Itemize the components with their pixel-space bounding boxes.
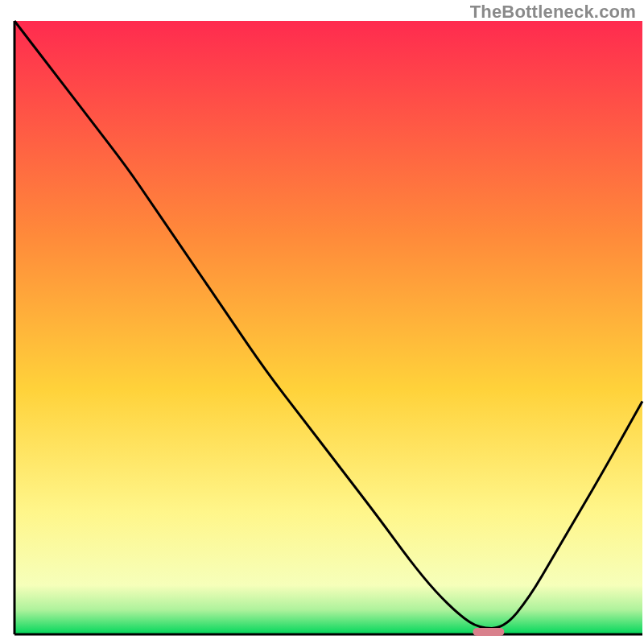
watermark-text: TheBottleneck.com [470,2,636,23]
plot-background [14,21,642,634]
optimal-marker [473,628,504,636]
chart-container: { "watermark": "TheBottleneck.com", "col… [0,0,644,644]
bottleneck-chart [0,0,644,644]
